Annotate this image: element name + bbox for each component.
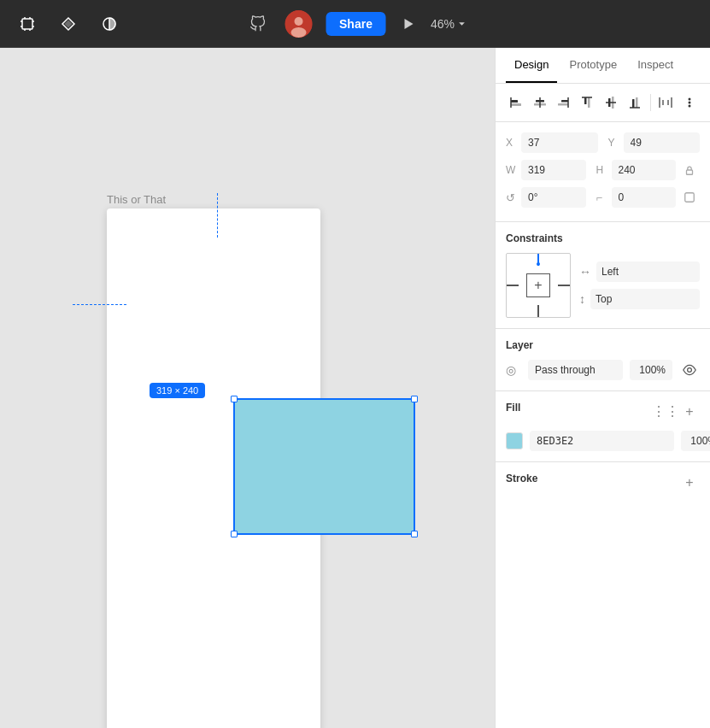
xy-row: X Y (506, 132, 700, 153)
handle-top-left[interactable] (231, 396, 238, 402)
add-fill-button[interactable]: + (679, 402, 700, 422)
distribute-button[interactable] (655, 91, 676, 114)
corner-icon: ⌐ (596, 191, 608, 204)
svg-rect-18 (536, 100, 544, 103)
y-input[interactable] (624, 132, 701, 153)
x-input[interactable] (521, 132, 598, 153)
vertical-constraint-select[interactable]: Top Bottom Center Top and Bottom Scale (590, 289, 700, 309)
svg-rect-40 (685, 193, 695, 203)
component-tool-button[interactable] (55, 10, 82, 38)
constraint-selects: ↔ Left Right Center Left and Right Scale… (579, 261, 700, 309)
tab-design[interactable]: Design (506, 48, 557, 83)
tab-prototype[interactable]: Prototype (560, 48, 625, 83)
svg-rect-16 (511, 103, 521, 106)
svg-point-41 (688, 368, 692, 373)
rotation-input[interactable] (521, 187, 586, 208)
layer-section: Layer ◎ Pass through Normal Multiply Scr… (496, 329, 710, 391)
constraint-bottom-line (537, 305, 539, 317)
zoom-level: 46% (431, 17, 455, 31)
frame-label: This or That (107, 193, 166, 206)
opacity-input[interactable] (630, 360, 672, 380)
constraint-plus-icon: + (534, 278, 542, 293)
topbar-left (14, 10, 123, 38)
topbar: Share 46% (0, 0, 710, 48)
svg-rect-22 (558, 103, 568, 106)
panel-tabs: Design Prototype Inspect (496, 48, 710, 84)
align-center-v-button[interactable] (601, 91, 621, 114)
measurement-line-vertical (217, 193, 218, 238)
align-divider (650, 94, 651, 111)
fill-section-header: Fill ⋮⋮ + (506, 402, 700, 422)
play-button[interactable] (400, 15, 417, 32)
size-badge: 319 × 240 (150, 383, 205, 398)
horizontal-constraint-select[interactable]: Left Right Center Left and Right Scale (596, 261, 700, 282)
fill-section-actions: ⋮⋮ + (655, 402, 700, 422)
fill-hex-input[interactable] (530, 431, 674, 451)
rotation-icon: ↺ (506, 191, 518, 204)
align-left-button[interactable] (506, 91, 526, 114)
vertical-constraint-row: ↕ Top Bottom Center Top and Bottom Scale (579, 289, 700, 309)
more-options-button[interactable] (679, 91, 700, 114)
w-input[interactable] (521, 160, 586, 180)
align-bottom-button[interactable] (625, 91, 645, 114)
corner-options-button[interactable] (679, 187, 700, 208)
svg-rect-31 (636, 97, 638, 108)
select-tool-button[interactable] (14, 10, 41, 38)
constraints-title: Constraints (506, 232, 700, 244)
svg-rect-21 (561, 100, 568, 103)
horizontal-constraint-icon: ↔ (579, 265, 591, 279)
selected-rectangle[interactable] (233, 398, 415, 535)
constraint-inner-box: + (526, 273, 550, 297)
x-label: X (506, 137, 518, 149)
svg-point-36 (689, 98, 691, 101)
position-size-section: X Y W H ↺ ⌐ (496, 122, 710, 222)
w-label: W (506, 164, 518, 176)
avatar (285, 10, 312, 38)
svg-rect-28 (612, 97, 614, 109)
audio-button[interactable] (244, 10, 271, 38)
handle-bottom-left[interactable] (231, 531, 238, 537)
handle-top-right[interactable] (411, 396, 418, 402)
align-right-button[interactable] (554, 91, 574, 114)
stroke-section-header: Stroke + (506, 473, 700, 493)
stroke-section: Stroke + (496, 462, 710, 512)
constraint-left-line (507, 285, 519, 286)
corner-radius-input[interactable] (612, 187, 677, 208)
zoom-control[interactable]: 46% (431, 17, 466, 31)
align-top-button[interactable] (577, 91, 597, 114)
add-stroke-button[interactable]: + (679, 473, 700, 493)
blend-mode-icon: ◎ (506, 363, 521, 377)
right-panel: Design Prototype Inspect (495, 48, 710, 728)
stroke-title: Stroke (506, 473, 537, 484)
blend-mode-select[interactable]: Pass through Normal Multiply Screen Over… (528, 360, 623, 380)
measurement-line-horizontal (73, 304, 126, 305)
vertical-constraint-icon: ↕ (579, 292, 585, 306)
layer-row: ◎ Pass through Normal Multiply Screen Ov… (506, 360, 700, 380)
canvas-area[interactable]: This or That 319 × 240 (0, 48, 495, 728)
tab-inspect[interactable]: Inspect (629, 48, 682, 83)
topbar-center: Share 46% (244, 10, 466, 38)
visibility-button[interactable] (679, 360, 700, 380)
h-input[interactable] (612, 160, 677, 180)
fill-row: − (506, 431, 700, 451)
constraints-section: Constraints + ↔ Left (496, 222, 710, 329)
handle-bottom-right[interactable] (411, 531, 418, 537)
svg-point-11 (294, 17, 302, 26)
svg-rect-30 (632, 99, 635, 108)
align-center-h-button[interactable] (530, 91, 550, 114)
constraint-top-dot (537, 262, 540, 266)
constraint-diagram: + (506, 253, 571, 318)
fill-color-swatch[interactable] (506, 432, 523, 449)
svg-point-38 (689, 105, 691, 108)
fill-opacity-input[interactable] (681, 431, 710, 451)
lock-ratio-button[interactable] (679, 160, 700, 180)
share-button[interactable]: Share (326, 12, 386, 36)
svg-rect-15 (511, 100, 518, 103)
layer-title: Layer (506, 339, 700, 351)
svg-point-12 (290, 27, 306, 38)
fill-grid-button[interactable]: ⋮⋮ (655, 402, 676, 422)
phone-frame (107, 208, 320, 728)
theme-toggle-button[interactable] (96, 10, 123, 38)
constraint-right-line (558, 285, 570, 286)
stroke-section-actions: + (679, 473, 700, 493)
